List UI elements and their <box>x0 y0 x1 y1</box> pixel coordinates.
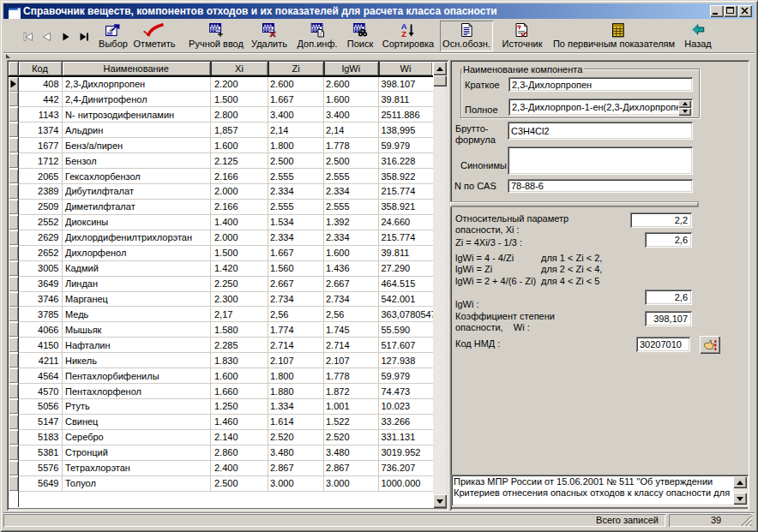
svg-text:Z: Z <box>402 29 407 39</box>
